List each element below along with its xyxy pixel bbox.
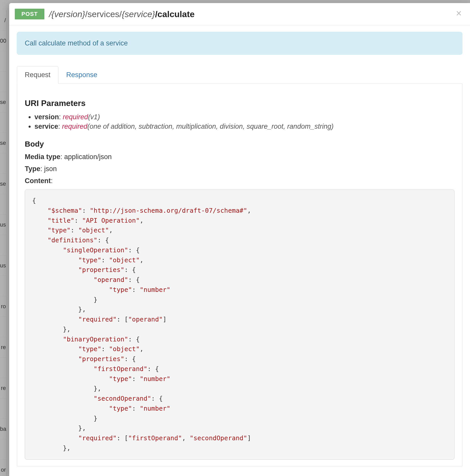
tab-response[interactable]: Response (58, 66, 105, 84)
uri-param-service: service: required(one of addition, subtr… (34, 123, 454, 130)
tabs: Request Response (17, 66, 462, 84)
param-name-version: version (34, 113, 59, 121)
section-body: Body (25, 140, 454, 148)
close-icon[interactable]: × (454, 9, 463, 18)
type-label: Type (25, 165, 40, 173)
endpoint-description: Call calculate method of a service (17, 32, 462, 55)
param-version-detail: (v1) (88, 113, 100, 121)
section-uri-parameters: URI Parameters (25, 99, 454, 108)
content-label: Content (25, 177, 51, 185)
type-row: Type: json (25, 165, 454, 173)
http-method-badge: POST (15, 9, 44, 19)
param-name-service: service (34, 123, 58, 130)
api-modal: POST /{version}/services/{service}/calcu… (9, 3, 470, 476)
uri-param-version: version: required(v1) (34, 113, 454, 121)
tab-request[interactable]: Request (17, 66, 58, 84)
required-label: required (63, 113, 88, 121)
endpoint-path: /{version}/services/{service}/calculate (49, 9, 195, 19)
content-row: Content: (25, 177, 454, 185)
path-version-var: /{version} (49, 9, 85, 19)
tab-request-panel: URI Parameters version: required(v1) ser… (17, 84, 462, 466)
media-type-row: Media type: application/json (25, 153, 454, 161)
media-type-value: application/json (64, 153, 112, 161)
path-calculate-segment: /calculate (155, 9, 195, 19)
media-type-label: Media type (25, 153, 60, 161)
modal-header: POST /{version}/services/{service}/calcu… (9, 3, 470, 25)
uri-parameters-list: version: required(v1) service: required(… (34, 113, 454, 130)
path-service-var: {service} (122, 9, 155, 19)
param-service-detail: (one of addition, subtraction, multiplic… (87, 123, 333, 130)
type-value: json (44, 165, 57, 173)
path-services-segment: /services/ (85, 9, 122, 19)
body-schema-code: { "$schema": "http://json-schema.org/dra… (25, 189, 454, 460)
required-label: required (62, 123, 87, 130)
